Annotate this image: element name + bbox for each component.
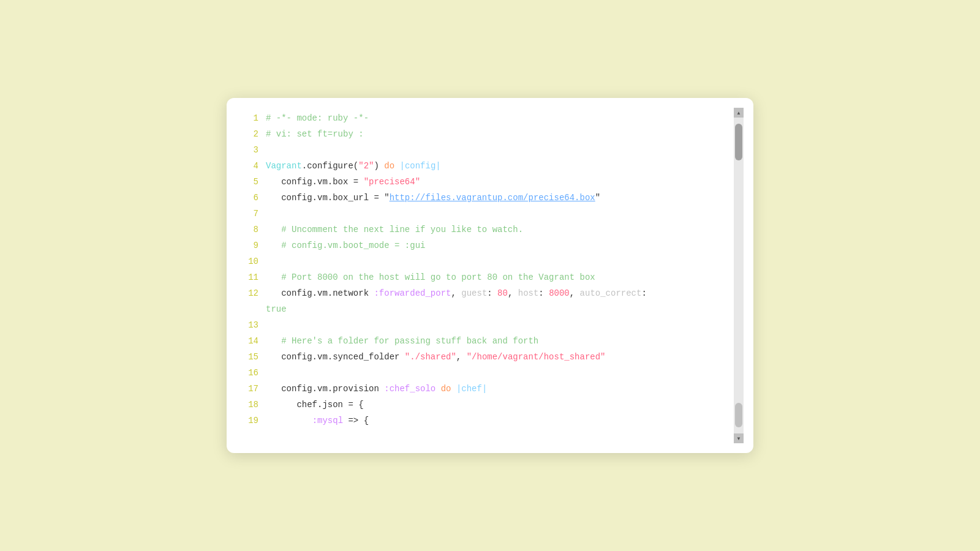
code-line-19: 19 :mysql => { xyxy=(241,413,729,429)
code-line-17: 17 config.vm.provision :chef_solo do |ch… xyxy=(241,381,729,397)
code-line-5: 5 config.vm.box = "precise64" xyxy=(241,174,729,190)
line-number-15: 15 xyxy=(241,349,258,365)
code-line-14: 14 # Here's a folder for passing stuff b… xyxy=(241,333,729,349)
line-content-12: config.vm.network :forwarded_port, guest… xyxy=(266,285,729,301)
line-number-10: 10 xyxy=(241,253,258,269)
line-number-6: 6 xyxy=(241,190,258,206)
line-content-16 xyxy=(266,365,729,381)
scroll-thumb-top[interactable] xyxy=(735,124,742,160)
code-line-18: 18 chef.json = { xyxy=(241,397,729,413)
code-line-1: 1 # -*- mode: ruby -*- xyxy=(241,110,729,126)
line-number-19: 19 xyxy=(241,413,258,429)
line-content-10 xyxy=(266,253,729,269)
line-content-7 xyxy=(266,206,729,222)
line-number-3: 3 xyxy=(241,142,258,158)
line-content-11: # Port 8000 on the host will go to port … xyxy=(266,269,729,285)
code-line-16: 16 xyxy=(241,365,729,381)
code-line-13: 13 xyxy=(241,317,729,333)
line-number-8: 8 xyxy=(241,222,258,238)
code-editor[interactable]: 1 # -*- mode: ruby -*- 2 # vi: set ft=ru… xyxy=(236,108,734,443)
line-number-17: 17 xyxy=(241,381,258,397)
line-number-5: 5 xyxy=(241,174,258,190)
line-number-14: 14 xyxy=(241,333,258,349)
line-content-6: config.vm.box_url = "http://files.vagran… xyxy=(266,190,729,206)
line-number-9: 9 xyxy=(241,238,258,253)
scroll-thumb-bottom xyxy=(735,403,742,427)
scroll-up-arrow[interactable]: ▲ xyxy=(734,108,744,118)
line-content-4: Vagrant.configure("2") do |config| xyxy=(266,158,729,174)
code-line-12: 12 config.vm.network :forwarded_port, gu… xyxy=(241,285,729,301)
code-line-10: 10 xyxy=(241,253,729,269)
line-number-16: 16 xyxy=(241,365,258,381)
scrollbar[interactable]: ▲ ▼ xyxy=(734,108,744,443)
code-line-4: 4 Vagrant.configure("2") do |config| xyxy=(241,158,729,174)
line-content-3 xyxy=(266,142,729,158)
code-line-7: 7 xyxy=(241,206,729,222)
line-content-13 xyxy=(266,317,729,333)
line-content-18: chef.json = { xyxy=(266,397,729,413)
code-line-11: 11 # Port 8000 on the host will go to po… xyxy=(241,269,729,285)
line-content-9: # config.vm.boot_mode = :gui xyxy=(266,238,729,253)
code-line-9: 9 # config.vm.boot_mode = :gui xyxy=(241,238,729,253)
line-number-7: 7 xyxy=(241,206,258,222)
line-content-5: config.vm.box = "precise64" xyxy=(266,174,729,190)
scroll-track[interactable] xyxy=(734,118,744,433)
code-line-6: 6 config.vm.box_url = "http://files.vagr… xyxy=(241,190,729,206)
line-content-2: # vi: set ft=ruby : xyxy=(266,126,729,142)
line-content-15: config.vm.synced_folder "./shared", "/ho… xyxy=(266,349,729,365)
line-content-14: # Here's a folder for passing stuff back… xyxy=(266,333,729,349)
line-content-17: config.vm.provision :chef_solo do |chef| xyxy=(266,381,729,397)
code-line-3: 3 xyxy=(241,142,729,158)
line-number-2: 2 xyxy=(241,126,258,142)
line-number-13: 13 xyxy=(241,317,258,333)
line-content-19: :mysql => { xyxy=(266,413,729,429)
line-number-4: 4 xyxy=(241,158,258,174)
scroll-down-arrow[interactable]: ▼ xyxy=(734,433,744,443)
code-line-2: 2 # vi: set ft=ruby : xyxy=(241,126,729,142)
line-content-1: # -*- mode: ruby -*- xyxy=(266,110,729,126)
line-content-8: # Uncomment the next line if you like to… xyxy=(266,222,729,238)
line-number-12: 12 xyxy=(241,285,258,301)
line-number-11: 11 xyxy=(241,269,258,285)
code-container: 1 # -*- mode: ruby -*- 2 # vi: set ft=ru… xyxy=(236,108,744,443)
code-line-15: 15 config.vm.synced_folder "./shared", "… xyxy=(241,349,729,365)
code-window: 1 # -*- mode: ruby -*- 2 # vi: set ft=ru… xyxy=(227,98,753,453)
line-wrap-12: true xyxy=(241,301,729,317)
code-line-8: 8 # Uncomment the next line if you like … xyxy=(241,222,729,238)
line-number-18: 18 xyxy=(241,397,258,413)
line-number-1: 1 xyxy=(241,110,258,126)
